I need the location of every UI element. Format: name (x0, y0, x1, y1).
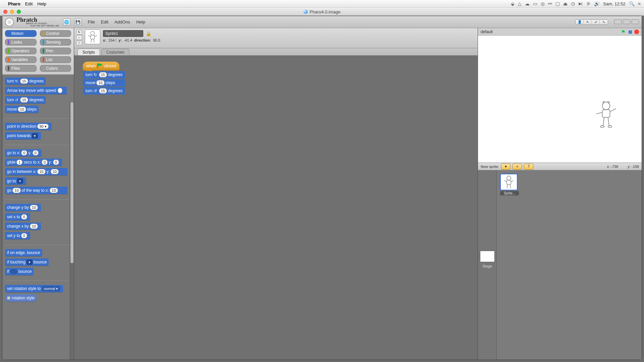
rotate-flip-button[interactable]: ↔ (76, 35, 82, 40)
script-stack[interactable]: whenclicked turn↻15degrees move10steps t… (83, 62, 125, 95)
category-pen[interactable]: Pen (40, 48, 71, 54)
save-button[interactable]: 💾 (74, 18, 82, 26)
category-control[interactable]: Control (40, 30, 71, 37)
boolean-slot[interactable] (10, 269, 17, 274)
language-button[interactable]: 🌐 (63, 18, 70, 26)
wifi-icon[interactable]: ⚞ (586, 1, 591, 6)
block-touching-bounce[interactable]: if touching▾bounce (5, 258, 49, 266)
timemachine-icon[interactable]: ◷ (571, 1, 575, 6)
category-colors[interactable]: Colors (40, 65, 71, 72)
sync-icon[interactable]: △ (518, 1, 522, 6)
link-icon[interactable]: ⚯ (548, 1, 552, 6)
menu-file[interactable]: File (88, 19, 95, 24)
category-motion[interactable]: Motion (5, 30, 37, 37)
center-column: ↻ ↔ □ 🔒 x:154.! y:-41.4 direction:90.0 (74, 28, 478, 360)
eject-icon[interactable]: ⏏ (563, 1, 568, 6)
tab-scripts[interactable]: Scripts (77, 49, 100, 55)
rotate-none-button[interactable]: □ (76, 41, 82, 45)
phratch-logo-icon (5, 18, 14, 26)
mac-clock[interactable]: Sam. 12:52 (603, 1, 626, 6)
sub-min-button[interactable] (614, 19, 622, 24)
tool-expand-button[interactable]: ⤢ (592, 20, 600, 24)
block-rotation-style-reporter[interactable]: rotation style (5, 294, 37, 302)
block-go-of-way[interactable]: go10of the way to x:10 (5, 187, 69, 194)
block-go-in-between[interactable]: go in between x:10y:10 (5, 168, 69, 175)
block-go-to[interactable]: go to▾ (5, 177, 26, 185)
sprite-card[interactable]: Sprite... (500, 174, 519, 195)
category-list[interactable]: List (40, 56, 71, 63)
scrollbar-thumb[interactable] (70, 102, 73, 263)
close-window-button[interactable] (3, 10, 7, 14)
menu-help[interactable]: Help (136, 19, 145, 24)
checkbox-icon[interactable] (7, 296, 10, 300)
block-if-bounce[interactable]: ifbounce (5, 268, 34, 275)
block-glide[interactable]: glide1secs to x:0y:0 (5, 159, 62, 166)
tool-shrink-button[interactable]: ⤡ (600, 20, 608, 24)
notifications-icon[interactable]: ≡ (638, 1, 641, 6)
block-point-towards[interactable]: point towards▾ (5, 132, 41, 139)
dropdown-icon[interactable]: ▾ (17, 178, 23, 184)
tool-stamp-button[interactable]: 👤 (576, 20, 584, 24)
hat-when-flag-clicked[interactable]: whenclicked (83, 62, 119, 70)
cloud-icon[interactable]: ☁ (525, 1, 530, 6)
airplay-icon[interactable]: ▢ (555, 1, 560, 6)
block-go-to-xy[interactable]: go to x:0y:0 (5, 149, 42, 157)
minimize-window-button[interactable] (10, 10, 14, 14)
block-turn-ccw[interactable]: turn↺15degrees (5, 96, 46, 104)
block-point-direction[interactable]: point in direction90 ▾ (5, 123, 52, 130)
tab-costumes[interactable]: Costumes (101, 49, 129, 55)
bluetooth-icon[interactable]: ⧔ (578, 1, 583, 6)
stage-tile[interactable] (480, 251, 495, 262)
dropbox-icon[interactable]: ⬙ (511, 1, 515, 6)
sprite-name-input[interactable] (103, 30, 143, 37)
dropdown-icon[interactable]: ▾ (32, 133, 38, 138)
block-change-y[interactable]: change y by10 (5, 204, 41, 211)
category-variables[interactable]: Variables (5, 56, 37, 63)
lock-icon[interactable]: 🔒 (146, 31, 151, 36)
volume-icon[interactable]: 🔊 (594, 1, 600, 6)
pause-button[interactable]: ▮▮ (628, 29, 632, 34)
new-sprite-paint-button[interactable]: ✦ (501, 164, 511, 170)
zoom-window-button[interactable] (17, 10, 21, 14)
display-icon[interactable]: ▭ (533, 1, 537, 6)
dropdown-icon[interactable]: ▾ (26, 259, 33, 265)
rotate-free-button[interactable]: ↻ (76, 30, 82, 35)
script-block-move[interactable]: move10steps (83, 79, 125, 86)
tool-cursor-button[interactable]: ↖ (584, 20, 592, 24)
script-block-turn-ccw[interactable]: turn↺15degrees (83, 87, 125, 95)
sub-close-button[interactable] (632, 19, 639, 24)
mac-app-name[interactable]: Pharo (8, 1, 20, 6)
spotlight-icon[interactable]: 🔍 (629, 1, 635, 6)
stage-sprite[interactable] (594, 101, 618, 129)
menu-addons[interactable]: AddOns (114, 19, 130, 24)
script-block-turn-cw[interactable]: turn↻15degrees (83, 71, 125, 78)
stop-button[interactable] (634, 29, 639, 34)
tabs-row: Scripts Costumes (74, 48, 478, 56)
new-sprite-import-button[interactable]: ✧ (513, 164, 522, 170)
block-turn-cw[interactable]: turn↻15degrees (5, 77, 46, 85)
dropdown-icon[interactable]: normal ▾ (42, 286, 60, 291)
block-set-x[interactable]: set x to0 (5, 213, 30, 221)
category-operators[interactable]: Operators (5, 48, 37, 54)
sub-max-button[interactable] (623, 19, 630, 24)
block-set-y[interactable]: set y to0 (5, 232, 30, 239)
block-arrow-key-move[interactable]: Arrow key move with speed (5, 87, 68, 94)
at-icon[interactable]: ◎ (541, 1, 545, 6)
block-edge-bounce[interactable]: if on edge, bounce (5, 249, 42, 256)
green-flag-button[interactable]: ⚑ (621, 29, 626, 35)
block-change-x[interactable]: change x by10 (5, 223, 41, 230)
menu-edit[interactable]: Edit (101, 19, 108, 24)
category-looks[interactable]: Looks (5, 39, 37, 46)
category-sensing[interactable]: Sensing (40, 39, 71, 46)
block-move-steps[interactable]: move10steps (5, 106, 39, 113)
app-header: Phratch Based on Scratch from the MIT Me… (2, 16, 642, 28)
stage-view[interactable] (478, 36, 642, 163)
mac-menu-edit[interactable]: Edit (25, 1, 33, 6)
new-sprite-surprise-button[interactable]: ？ (524, 164, 533, 170)
mac-menu-help[interactable]: Help (37, 1, 46, 6)
category-files[interactable]: Files (5, 65, 37, 72)
palette-scrollbar[interactable] (70, 102, 74, 360)
script-area[interactable]: whenclicked turn↻15degrees move10steps t… (74, 56, 478, 360)
app-subtitle-2: from the MIT Media Lab (16, 24, 59, 27)
block-set-rotation-style[interactable]: set rotation style tonormal ▾ (5, 285, 63, 292)
